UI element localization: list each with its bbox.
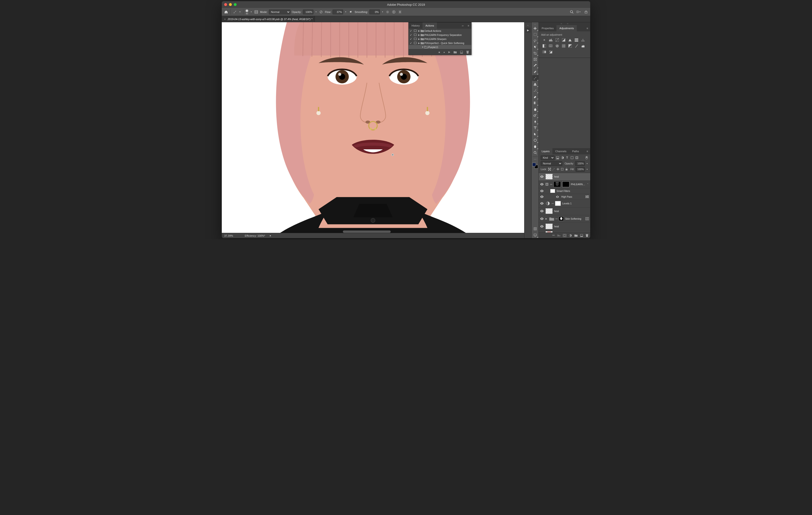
brush-panel-icon[interactable] [254,9,259,15]
screenmode-icon[interactable] [532,232,538,238]
symmetry-icon[interactable] [398,9,402,15]
mask-thumbnail[interactable] [555,201,561,206]
workspace-icon[interactable]: ▾ [576,9,581,15]
group-disclosure[interactable]: ▶ [546,218,548,220]
layer-name[interactable]: Levels 1 [562,202,589,205]
adj-icon-thumbnail[interactable] [546,201,550,206]
move-tool[interactable] [532,25,538,31]
exposure-adj-icon[interactable] [561,38,566,42]
pen-tool[interactable] [532,119,538,124]
play-action-icon[interactable]: ▶ [448,51,450,54]
record-action-icon[interactable]: ● [443,51,445,54]
properties-tab[interactable]: Properties [539,25,556,31]
layer-thumbnail[interactable] [554,181,561,187]
visibility-toggle[interactable] [540,196,544,198]
photofilter-adj-icon[interactable] [549,44,553,48]
shape-tool[interactable] [532,137,538,143]
layer-thumbnail[interactable] [550,189,555,193]
action-dialog-toggle[interactable] [413,29,417,32]
delete-layer-icon[interactable] [586,234,588,237]
visibility-toggle[interactable] [540,218,544,220]
history-brush-tool[interactable] [532,88,538,93]
panel-menu-icon[interactable]: ≡ [466,23,471,29]
smart-collapse[interactable]: ⌃ [587,183,589,185]
stamp-tool[interactable] [532,81,538,87]
filter-toggle[interactable] [585,156,588,160]
lock-image-icon[interactable] [552,168,555,171]
action-row[interactable]: ✓▶Default Actions [409,29,471,33]
action-dialog-toggle[interactable] [413,41,417,45]
action-toggle-check[interactable]: ✓ [409,33,413,36]
action-row[interactable]: ✓▶PiXimperfect - Quick Skin Softening [409,41,471,45]
channelmixer-adj-icon[interactable] [555,44,559,48]
blur-tool[interactable] [532,106,538,112]
action-disclosure[interactable]: ▶ [417,42,420,44]
zoom-tool[interactable] [532,150,538,155]
paths-tab[interactable]: Paths [570,148,582,154]
layers-panel-menu-icon[interactable]: ≡ [584,148,590,154]
action-dialog-toggle[interactable] [413,33,417,36]
gradientmap-adj-icon[interactable] [542,50,546,54]
window-minimize-button[interactable] [229,3,232,6]
threshold-adj-icon[interactable] [581,44,585,48]
props-panel-menu-icon[interactable]: ≡ [584,25,590,31]
layer-opacity-dropdown[interactable]: ▾ [586,163,588,165]
smoothing-dropdown[interactable]: ▾ [381,11,384,13]
lock-artboard-icon[interactable] [561,168,564,171]
crop-tool[interactable] [532,50,538,56]
layer-fill-field[interactable]: 100% [576,167,585,172]
action-toggle-check[interactable]: ✓ [409,37,413,40]
visibility-toggle[interactable] [540,190,544,192]
selectivecolor-adj-icon[interactable] [549,50,553,54]
document-tab[interactable]: × 2019-04-13-ashley-with-sony-a7r-iii313… [222,16,315,22]
filter-pixel-icon[interactable] [556,156,559,160]
home-icon[interactable] [224,9,229,15]
collapse-panel-icon[interactable]: ›› [460,23,466,29]
link-layers-icon[interactable]: ⚯ [552,234,555,237]
path-select-tool[interactable] [532,131,538,137]
invert-adj-icon[interactable] [568,44,572,48]
posterize-adj-icon[interactable] [574,44,579,48]
color-swatches[interactable] [532,163,538,169]
filter-adj-icon[interactable] [560,156,564,160]
layer-name[interactable]: heal [554,210,589,212]
layer-thumbnail[interactable] [546,224,553,229]
fx-icon[interactable] [585,217,589,220]
brush-preview-icon[interactable] [245,9,249,12]
marquee-tool[interactable] [532,32,538,37]
layer-name[interactable]: Smart Filters [556,190,589,192]
brush-preset-dropdown[interactable]: ▾ [250,11,253,13]
new-action-icon[interactable] [460,51,463,54]
window-close-button[interactable] [224,3,227,6]
colorlookup-adj-icon[interactable] [561,44,566,48]
lock-all-icon[interactable] [565,168,568,171]
blend-mode-select[interactable]: Normal [269,9,290,15]
search-icon[interactable] [569,9,574,15]
hue-adj-icon[interactable] [574,38,579,42]
opacity-dropdown[interactable]: ▾ [315,11,317,13]
eyedropper-tool[interactable] [532,63,538,68]
frame-tool[interactable] [532,56,538,62]
layer-row[interactable]: ⚯PHLEARN Sharpen +1⌃ [539,181,590,188]
foreground-color-swatch[interactable] [532,163,536,166]
action-toggle-check[interactable]: ✓ [409,41,413,45]
layer-row[interactable]: heal [539,173,590,181]
hand-tool[interactable] [532,144,538,149]
layer-row[interactable]: Smart Filters [539,188,590,194]
layer-fill-dropdown[interactable]: ▾ [586,168,588,170]
layer-fx-icon[interactable]: fx▾ [557,234,560,237]
visibility-toggle[interactable] [540,175,544,178]
actions-tab[interactable]: Actions [423,23,437,29]
airbrush-icon[interactable] [348,9,353,15]
visibility-toggle[interactable] [540,210,544,212]
layer-opacity-field[interactable]: 100% [575,161,585,166]
share-icon[interactable] [583,9,588,15]
layer-row[interactable]: ▶⚯Skin Softening [539,215,590,223]
delete-action-icon[interactable] [466,51,469,54]
dodge-tool[interactable] [532,112,538,118]
stop-action-icon[interactable]: ■ [438,51,440,54]
smoothing-field[interactable]: 0% [369,9,380,15]
smoothing-options-icon[interactable] [385,9,390,15]
adjustments-tab[interactable]: Adjustments [556,25,577,31]
opacity-field[interactable]: 100% [303,9,313,15]
